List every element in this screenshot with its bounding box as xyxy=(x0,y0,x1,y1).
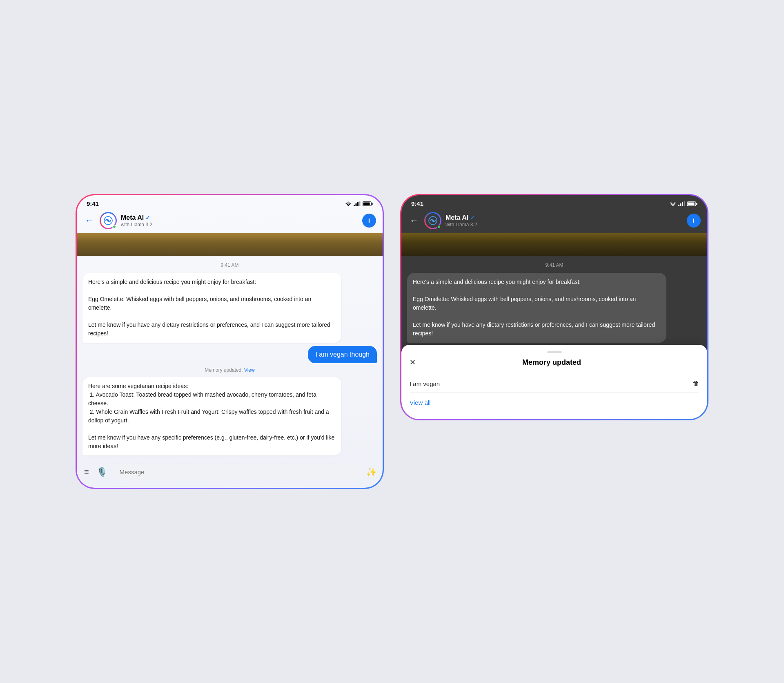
svg-rect-17 xyxy=(688,202,695,205)
verified-badge-left: ✓ xyxy=(145,214,150,221)
battery-icon xyxy=(363,201,373,206)
svg-rect-14 xyxy=(684,201,685,206)
input-bar-left: ≡ 🎙️ ✨ xyxy=(77,460,383,488)
wifi-icon-right xyxy=(670,201,676,206)
meta-ai-avatar-right xyxy=(424,212,441,229)
online-dot-left xyxy=(112,225,116,229)
svg-rect-16 xyxy=(696,203,697,205)
info-button-right[interactable]: i xyxy=(687,214,701,228)
svg-rect-7 xyxy=(372,203,373,205)
svg-point-19 xyxy=(432,220,434,222)
status-bar-right: 9:41 xyxy=(401,195,707,209)
back-button-right[interactable]: ← xyxy=(408,214,420,228)
phone-left: 9:41 xyxy=(76,194,384,489)
memory-item-text: I am vegan xyxy=(410,380,440,387)
mic-icon-left[interactable]: 🎙️ xyxy=(95,465,109,479)
back-button-left[interactable]: ← xyxy=(83,214,96,228)
sheet-title: Memory updated xyxy=(522,358,581,367)
delete-memory-button[interactable]: 🗑 xyxy=(693,380,699,387)
signal-icon-right xyxy=(678,201,685,206)
memory-view-link-left[interactable]: View xyxy=(244,367,255,373)
svg-rect-3 xyxy=(356,203,357,206)
status-time-right: 9:41 xyxy=(411,200,423,207)
wifi-icon xyxy=(345,201,352,206)
status-time-left: 9:41 xyxy=(87,200,99,207)
chat-image-preview-right xyxy=(401,233,707,256)
bot-message-1-left: Here's a simple and delicious recipe you… xyxy=(82,273,342,343)
online-dot-right xyxy=(437,225,441,229)
svg-rect-5 xyxy=(359,201,361,206)
status-icons-left xyxy=(345,201,373,206)
header-name-left: Meta AI ✓ xyxy=(121,214,358,221)
chat-area-left[interactable]: 9:41 AM Here's a simple and delicious re… xyxy=(77,256,383,460)
svg-rect-12 xyxy=(680,203,682,206)
status-icons-right xyxy=(670,201,697,206)
user-message-left: I am vegan though xyxy=(308,346,377,363)
header-subtitle-right: with Llama 3.2 xyxy=(445,222,683,228)
sheet-handle xyxy=(547,351,562,353)
status-bar-left: 9:41 xyxy=(77,195,383,209)
timestamp-left: 9:41 AM xyxy=(82,262,377,268)
memory-note-left: Memory updated. View xyxy=(82,367,377,373)
svg-rect-8 xyxy=(363,202,370,205)
info-button-left[interactable]: i xyxy=(362,214,376,228)
sheet-header: ✕ Memory updated xyxy=(410,358,699,367)
message-input-left[interactable] xyxy=(113,464,362,480)
header-name-right: Meta AI ✓ xyxy=(445,214,683,221)
page-wrapper: 9:41 xyxy=(76,194,708,489)
phone-right: 9:41 xyxy=(400,194,708,420)
meta-ai-avatar-left xyxy=(100,212,117,229)
view-all-link[interactable]: View all xyxy=(410,399,699,406)
signal-icon xyxy=(354,201,361,206)
chat-header-right: ← Meta AI xyxy=(401,209,707,233)
svg-rect-2 xyxy=(354,205,355,206)
bot-message-1-right: Here's a simple and delicious recipe you… xyxy=(407,273,666,343)
verified-badge-right: ✓ xyxy=(470,214,475,221)
battery-icon-right xyxy=(687,201,697,206)
svg-rect-4 xyxy=(357,202,359,206)
svg-rect-11 xyxy=(678,205,679,206)
sheet-memory-item: I am vegan 🗑 xyxy=(410,375,699,393)
menu-icon-left[interactable]: ≡ xyxy=(82,466,91,478)
sheet-close-button[interactable]: ✕ xyxy=(410,358,416,367)
bottom-sheet: ✕ Memory updated I am vegan 🗑 View all xyxy=(401,345,707,419)
bot-message-2-left: Here are some vegetarian recipe ideas: 1… xyxy=(82,377,342,455)
svg-rect-13 xyxy=(682,202,683,206)
svg-point-10 xyxy=(107,220,109,222)
sparkle-icon-left[interactable]: ✨ xyxy=(366,467,377,478)
header-info-left: Meta AI ✓ with Llama 3.2 xyxy=(121,214,358,228)
chat-header-left: ← Meta AI xyxy=(77,209,383,233)
chat-image-preview-left xyxy=(77,233,383,256)
header-info-right: Meta AI ✓ with Llama 3.2 xyxy=(445,214,683,228)
header-subtitle-left: with Llama 3.2 xyxy=(121,222,358,228)
timestamp-right: 9:41 AM xyxy=(407,262,702,268)
